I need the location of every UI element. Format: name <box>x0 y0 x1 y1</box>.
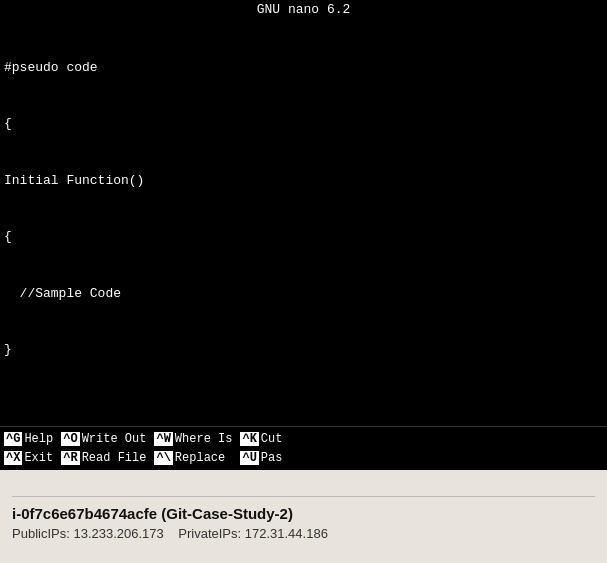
divider-top <box>12 496 595 497</box>
key-backslash: ^\ <box>154 451 172 465</box>
code-line-7 <box>4 398 603 417</box>
key-k: ^K <box>240 432 258 446</box>
menu-item-paste[interactable]: ^U Pas <box>236 451 286 465</box>
ip-info: PublicIPs: 13.233.206.173 PrivateIPs: 17… <box>12 526 595 541</box>
menu-item-readfile[interactable]: ^R Read File <box>57 451 150 465</box>
terminal: GNU nano 6.2 #pseudo code { Initial Func… <box>0 0 607 470</box>
code-line-4: { <box>4 228 603 247</box>
menu-bar: ^G Help ^X Exit ^O Write Out ^R Read Fil… <box>0 426 607 470</box>
code-line-2: { <box>4 115 603 134</box>
menu-item-whereis[interactable]: ^W Where Is <box>150 432 236 446</box>
key-u: ^U <box>240 451 258 465</box>
private-ip-label: PrivateIPs: <box>178 526 241 541</box>
menu-col-4: ^K Cut ^U Pas <box>236 427 286 470</box>
label-writeout: Write Out <box>82 432 147 446</box>
code-area[interactable]: #pseudo code { Initial Function() { //Sa… <box>0 19 607 426</box>
key-w: ^W <box>154 432 172 446</box>
commit-hash: i-0f7c6e67b4674acfe (Git-Case-Study-2) <box>12 505 595 522</box>
label-readfile: Read File <box>82 451 147 465</box>
key-o: ^O <box>61 432 79 446</box>
menu-col-1: ^G Help ^X Exit <box>0 427 57 470</box>
menu-item-exit[interactable]: ^X Exit <box>0 451 57 465</box>
info-bar: i-0f7c6e67b4674acfe (Git-Case-Study-2) P… <box>0 470 607 563</box>
label-help: Help <box>24 432 53 446</box>
key-r: ^R <box>61 451 79 465</box>
app-title: GNU nano 6.2 <box>257 2 351 17</box>
code-line-1: #pseudo code <box>4 59 603 78</box>
menu-item-help[interactable]: ^G Help <box>0 432 57 446</box>
code-line-5: //Sample Code <box>4 285 603 304</box>
menu-item-writeout[interactable]: ^O Write Out <box>57 432 150 446</box>
label-replace: Replace <box>175 451 225 465</box>
menu-col-2: ^O Write Out ^R Read File <box>57 427 150 470</box>
key-g: ^G <box>4 432 22 446</box>
code-line-3: Initial Function() <box>4 172 603 191</box>
key-x: ^X <box>4 451 22 465</box>
private-ip-value: 172.31.44.186 <box>245 526 328 541</box>
public-ip-label: PublicIPs: <box>12 526 70 541</box>
label-paste: Pas <box>261 451 283 465</box>
code-line-6: } <box>4 341 603 360</box>
menu-item-replace[interactable]: ^\ Replace <box>150 451 236 465</box>
title-bar: GNU nano 6.2 <box>0 0 607 19</box>
menu-item-cut[interactable]: ^K Cut <box>236 432 286 446</box>
label-exit: Exit <box>24 451 53 465</box>
public-ip-value: 13.233.206.173 <box>73 526 163 541</box>
label-whereis: Where Is <box>175 432 233 446</box>
label-cut: Cut <box>261 432 283 446</box>
menu-col-3: ^W Where Is ^\ Replace <box>150 427 236 470</box>
